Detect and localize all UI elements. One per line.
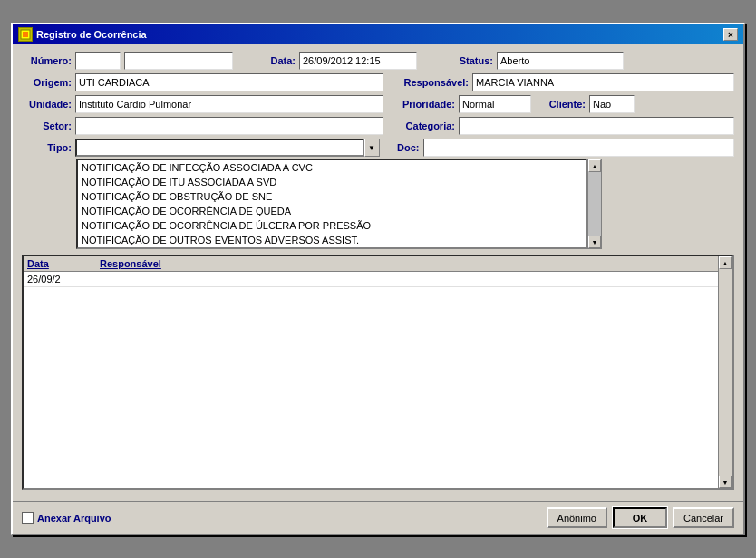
numero-label: Número: [22, 55, 72, 66]
origem-label: Origem: [22, 77, 72, 88]
row-setor-categoria: Setor: Categoria: [22, 117, 734, 135]
titlebar-left: Registro de Ocorrência [18, 27, 147, 42]
anexar-checkbox-row: Anexar Arquivo [22, 512, 111, 524]
unidade-label: Unidade: [22, 99, 72, 110]
numero-field-1[interactable] [75, 52, 121, 70]
col-data-header: Data [27, 258, 100, 269]
tipo-dropdown-arrow[interactable]: ▼ [364, 139, 380, 157]
scroll-down-button[interactable]: ▼ [588, 236, 601, 248]
responsavel-field[interactable] [472, 73, 734, 91]
categoria-label: Categoria: [396, 120, 455, 131]
list-item[interactable]: NOTIFICAÇÃO DE ITU ASSOCIADA A SVD [78, 175, 586, 189]
cliente-label: Cliente: [540, 99, 586, 110]
col-responsavel-header: Responsável [100, 258, 729, 269]
dropdown-arrow-icon: ▼ [368, 144, 375, 152]
data-label: Data: [246, 55, 296, 66]
list-item[interactable]: NOTIFICAÇÃO DE OCORRÊNCIA DE ÚLCERA POR … [78, 218, 586, 233]
unidade-field[interactable] [75, 95, 383, 113]
list-scrollbar: ▲ ▼ [587, 159, 602, 249]
row-data: 26/09/2 [27, 274, 100, 284]
setor-label: Setor: [22, 120, 72, 131]
form-content: Número: Data: Status: Origem: Responsáve… [13, 44, 743, 501]
list-item[interactable]: NOTIFICAÇÃO DE INFECÇÃO ASSOCIADA A CVC [78, 160, 586, 175]
footer-buttons: Anônimo OK Cancelar [547, 507, 734, 528]
dropdown-list: NOTIFICAÇÃO DE INFECÇÃO ASSOCIADA A CVC … [76, 159, 587, 249]
list-item[interactable]: NOTIFICAÇÃO DE OCORRÊNCIA DE QUEDA [78, 204, 586, 218]
anexar-checkbox[interactable] [22, 512, 34, 524]
row-tipo-doc: Tipo: ▼ Doc: [22, 139, 734, 157]
table-scroll-down[interactable]: ▼ [719, 476, 732, 488]
tipo-label: Tipo: [22, 142, 72, 153]
row-numero-data-status: Número: Data: Status: [22, 52, 734, 70]
status-label: Status: [448, 55, 493, 66]
table-scrollbar: ▲ ▼ [718, 256, 732, 488]
titlebar: Registro de Ocorrência × [13, 24, 743, 44]
row-responsavel [100, 274, 729, 284]
status-field[interactable] [497, 52, 624, 70]
row-origem-responsavel: Origem: Responsável: [22, 73, 734, 91]
svg-rect-1 [23, 32, 28, 37]
table-row: 26/09/2 [24, 272, 732, 287]
cancelar-button[interactable]: Cancelar [673, 507, 734, 528]
row-unidade-prioridade-cliente: Unidade: Prioridade: Cliente: [22, 95, 734, 113]
tipo-dropdown-wrap: ▼ [75, 139, 380, 157]
setor-field[interactable] [75, 117, 383, 135]
responsavel-label: Responsável: [396, 77, 469, 88]
dropdown-list-container: NOTIFICAÇÃO DE INFECÇÃO ASSOCIADA A CVC … [76, 159, 734, 249]
anexar-label: Anexar Arquivo [37, 513, 111, 524]
cliente-field[interactable] [589, 95, 635, 113]
doc-label: Doc: [393, 142, 420, 153]
scroll-track [588, 172, 601, 236]
numero-field-2[interactable] [124, 52, 233, 70]
scroll-up-icon: ▲ [592, 163, 598, 169]
table-scroll-track [719, 269, 732, 476]
scroll-up-button[interactable]: ▲ [588, 159, 601, 172]
doc-field[interactable] [423, 139, 735, 157]
scroll-down-icon: ▼ [592, 239, 598, 245]
tipo-field[interactable] [75, 139, 364, 157]
origem-field[interactable] [75, 73, 383, 91]
ok-button[interactable]: OK [613, 507, 667, 528]
main-window: Registro de Ocorrência × Número: Data: S… [11, 23, 745, 535]
prioridade-label: Prioridade: [396, 99, 455, 110]
close-button[interactable]: × [723, 28, 738, 41]
window-title: Registro de Ocorrência [36, 29, 147, 40]
list-item[interactable]: NOTIFICAÇÃO DE OBSTRUÇÃO DE SNE [78, 189, 586, 204]
anonimo-button[interactable]: Anônimo [547, 507, 607, 528]
data-field[interactable] [299, 52, 417, 70]
table-header: Data Responsável [24, 256, 732, 272]
window-icon [18, 27, 33, 42]
main-table-area: Data Responsável 26/09/2 ▲ ▼ [22, 255, 734, 490]
table-scroll-up[interactable]: ▲ [719, 256, 732, 269]
dropdown-list-outer: NOTIFICAÇÃO DE INFECÇÃO ASSOCIADA A CVC … [76, 159, 602, 249]
categoria-field[interactable] [459, 117, 734, 135]
prioridade-field[interactable] [459, 95, 531, 113]
list-item[interactable]: NOTIFICAÇÃO DE OUTROS EVENTOS ADVERSOS A… [78, 233, 586, 247]
bottom-bar: Anexar Arquivo Anônimo OK Cancelar [13, 501, 743, 534]
